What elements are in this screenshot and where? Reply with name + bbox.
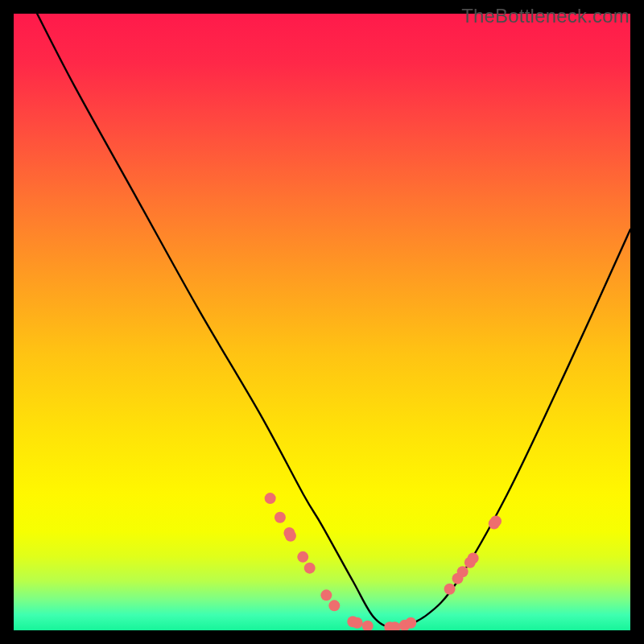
chart-frame (14, 14, 630, 630)
background-gradient (14, 14, 630, 630)
